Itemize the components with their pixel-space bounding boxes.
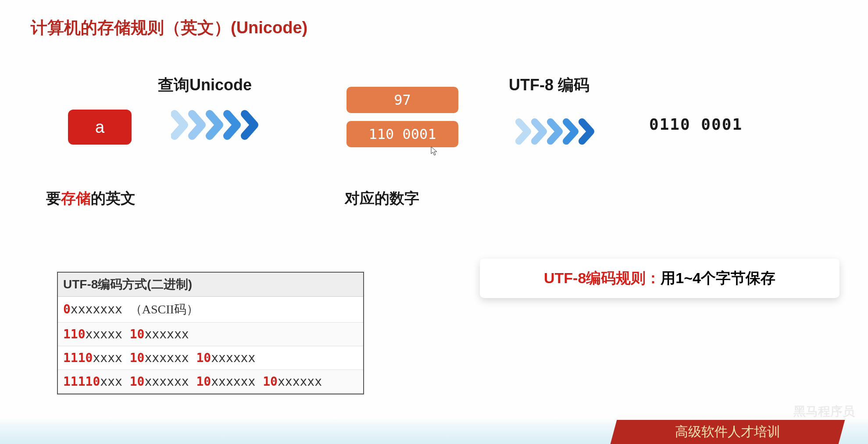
footer-banner: 高级软件人才培训 — [611, 420, 845, 444]
decimal-value-box: 97 — [346, 87, 458, 113]
caption-red: 存储 — [61, 190, 91, 206]
rule-red: UTF-8编码规则： — [544, 268, 661, 288]
table-header: UTF-8编码方式(二进制) — [58, 273, 363, 297]
mouse-cursor-icon — [431, 146, 438, 158]
caption-pre: 要 — [46, 190, 61, 206]
table-row: 11110xxx 10xxxxxx 10xxxxxx 10xxxxxx — [58, 370, 363, 394]
utf8-rule-callout: UTF-8编码规则：用1~4个字节保存 — [480, 259, 839, 298]
table-row: 1110xxxx 10xxxxxx 10xxxxxx — [58, 346, 363, 370]
caption-input: 要存储的英文 — [46, 188, 136, 209]
utf8-output-binary: 0110 0001 — [649, 115, 743, 133]
utf8-encoding-table: UTF-8编码方式(二进制) 0xxxxxxx （ASCII码）110xxxxx… — [57, 272, 364, 394]
binary-value-box: 110 0001 — [346, 121, 458, 147]
page-title: 计算机的存储规则（英文）(Unicode) — [31, 17, 307, 39]
table-row: 110xxxxx 10xxxxxx — [58, 323, 363, 346]
table-row: 0xxxxxxx （ASCII码） — [58, 297, 363, 323]
utf8-encode-label: UTF-8 编码 — [509, 75, 589, 96]
unicode-value-boxes: 97 110 0001 — [346, 87, 458, 155]
arrow-chevrons-right — [515, 118, 603, 145]
caption-number: 对应的数字 — [345, 188, 419, 209]
watermark: 黑马程序员 — [793, 403, 855, 420]
input-char-box: a — [68, 110, 132, 145]
banner-text: 高级软件人才培训 — [675, 423, 780, 441]
arrow-chevrons-left — [171, 110, 268, 140]
rule-black: 用1~4个字节保存 — [661, 268, 775, 288]
unicode-query-label: 查询Unicode — [158, 75, 252, 96]
caption-post: 的英文 — [91, 190, 136, 206]
